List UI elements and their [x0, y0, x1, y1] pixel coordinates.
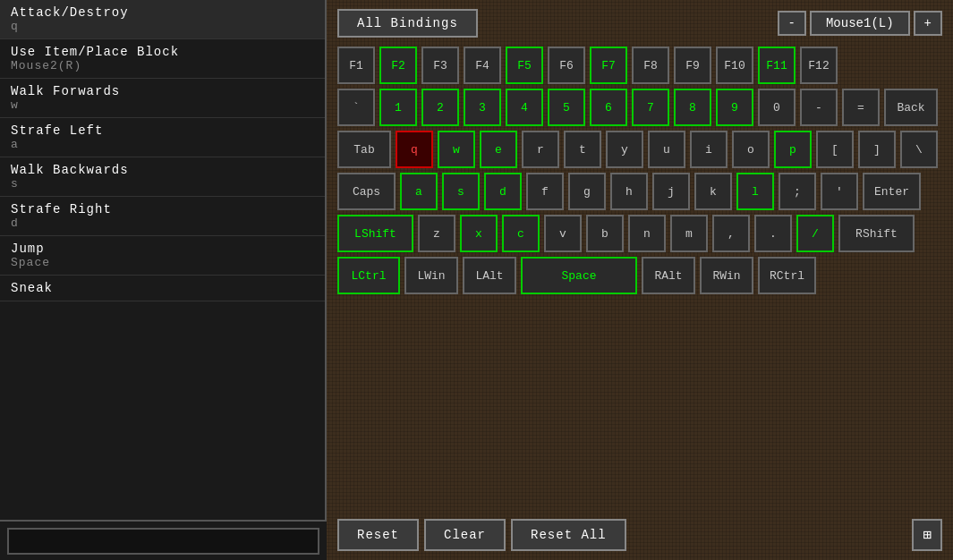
key-_[interactable]: - — [800, 89, 838, 126]
grid-icon-button[interactable]: ⊞ — [912, 519, 942, 551]
key-l[interactable]: l — [736, 173, 774, 210]
key-f12[interactable]: F12 — [800, 47, 838, 84]
key-space[interactable]: Space — [521, 257, 637, 294]
key-_[interactable]: , — [712, 215, 750, 252]
key-a[interactable]: a — [400, 173, 438, 210]
key-rshift[interactable]: RShift — [838, 215, 915, 252]
key-e[interactable]: e — [480, 131, 517, 168]
key-w[interactable]: w — [438, 131, 475, 168]
key-6[interactable]: 6 — [590, 89, 627, 126]
key-_[interactable]: \ — [900, 131, 938, 168]
key-y[interactable]: y — [606, 131, 643, 168]
key-lwin[interactable]: LWin — [404, 257, 458, 294]
key-_[interactable]: [ — [816, 131, 854, 168]
key-n[interactable]: n — [628, 215, 666, 252]
binding-item[interactable]: Walk Backwardss — [0, 157, 325, 197]
key-p[interactable]: p — [774, 131, 812, 168]
key-f4[interactable]: F4 — [464, 47, 501, 84]
key-i[interactable]: i — [690, 131, 728, 168]
key-ralt[interactable]: RAlt — [642, 257, 695, 294]
key-v[interactable]: v — [544, 215, 582, 252]
key-d[interactable]: d — [484, 173, 522, 210]
key-3[interactable]: 3 — [464, 89, 501, 126]
key-lctrl[interactable]: LCtrl — [337, 257, 400, 294]
key-f6[interactable]: F6 — [548, 47, 585, 84]
key-4[interactable]: 4 — [506, 89, 543, 126]
binding-item[interactable]: Strafe Lefta — [0, 118, 325, 157]
binding-item[interactable]: JumpSpace — [0, 236, 325, 276]
key-o[interactable]: o — [732, 131, 770, 168]
key-lalt[interactable]: LAlt — [463, 257, 516, 294]
key-k[interactable]: k — [694, 173, 732, 210]
binding-name: Walk Forwards — [11, 84, 314, 98]
key-_[interactable]: ' — [821, 173, 858, 210]
key-t[interactable]: t — [564, 131, 601, 168]
key-rwin[interactable]: RWin — [700, 257, 753, 294]
key-f7[interactable]: F7 — [590, 47, 627, 84]
key-2[interactable]: 2 — [421, 89, 459, 126]
key-f5[interactable]: F5 — [506, 47, 543, 84]
key-f1[interactable]: F1 — [337, 47, 375, 84]
keyboard-row-1: `1234567890-=Back — [337, 89, 942, 126]
binding-key: s — [11, 177, 314, 191]
bottom-buttons: Reset Clear Reset All ⊞ — [337, 519, 942, 551]
mouse-plus-button[interactable]: + — [914, 11, 942, 36]
binding-key: a — [11, 138, 314, 151]
key-r[interactable]: r — [522, 131, 559, 168]
clear-button[interactable]: Clear — [424, 519, 506, 551]
key-s[interactable]: s — [442, 173, 480, 210]
key-x[interactable]: x — [460, 215, 498, 252]
mouse-controls: - Mouse1(L) + — [778, 11, 942, 36]
key-j[interactable]: j — [652, 173, 690, 210]
key-rctrl[interactable]: RCtrl — [758, 257, 816, 294]
key-f8[interactable]: F8 — [632, 47, 669, 84]
key-1[interactable]: 1 — [379, 89, 417, 126]
key-f2[interactable]: F2 — [379, 47, 417, 84]
binding-name: Walk Backwards — [11, 163, 314, 177]
key-_[interactable]: ] — [858, 131, 896, 168]
key-_[interactable]: = — [842, 89, 880, 126]
key-f3[interactable]: F3 — [421, 47, 459, 84]
key-7[interactable]: 7 — [632, 89, 669, 126]
key-_[interactable]: ; — [779, 173, 816, 210]
key-f[interactable]: f — [526, 173, 564, 210]
key-_[interactable]: ` — [337, 89, 375, 126]
keyboard-row-3: Capsasdfghjkl;'Enter — [337, 173, 942, 210]
key-f11[interactable]: F11 — [758, 47, 796, 84]
mouse-minus-button[interactable]: - — [778, 11, 806, 36]
key-0[interactable]: 0 — [758, 89, 796, 126]
key-enter[interactable]: Enter — [863, 173, 921, 210]
binding-item[interactable]: Walk Forwardsw — [0, 79, 325, 118]
key-q[interactable]: q — [396, 131, 433, 168]
binding-item[interactable]: Attack/Destroyq — [0, 0, 325, 39]
key-_[interactable]: / — [796, 215, 834, 252]
binding-item[interactable]: Use Item/Place BlockMouse2(R) — [0, 39, 325, 79]
key-tab[interactable]: Tab — [337, 131, 391, 168]
key-5[interactable]: 5 — [548, 89, 585, 126]
binding-item[interactable]: Sneak — [0, 276, 325, 301]
binding-name: Strafe Left — [11, 123, 314, 138]
binding-item[interactable]: Strafe Rightd — [0, 197, 325, 236]
key-g[interactable]: g — [568, 173, 606, 210]
key-h[interactable]: h — [610, 173, 648, 210]
search-input[interactable] — [7, 528, 319, 555]
key-c[interactable]: c — [502, 215, 540, 252]
bindings-list[interactable]: Attack/DestroyqUse Item/Place BlockMouse… — [0, 0, 327, 560]
key-u[interactable]: u — [648, 131, 685, 168]
reset-button[interactable]: Reset — [337, 519, 419, 551]
key-m[interactable]: m — [670, 215, 708, 252]
key-_[interactable]: . — [754, 215, 792, 252]
key-lshift[interactable]: LShift — [337, 215, 413, 252]
keyboard-row-5: LCtrlLWinLAltSpaceRAltRWinRCtrl — [337, 257, 942, 294]
key-b[interactable]: b — [586, 215, 624, 252]
key-z[interactable]: z — [418, 215, 455, 252]
reset-all-button[interactable]: Reset All — [511, 519, 626, 551]
key-back[interactable]: Back — [884, 89, 938, 126]
mouse-label: Mouse1(L) — [810, 11, 910, 36]
key-f9[interactable]: F9 — [674, 47, 711, 84]
all-bindings-button[interactable]: All Bindings — [337, 9, 478, 38]
key-f10[interactable]: F10 — [716, 47, 753, 84]
key-8[interactable]: 8 — [674, 89, 711, 126]
key-9[interactable]: 9 — [716, 89, 753, 126]
key-caps[interactable]: Caps — [337, 173, 396, 210]
